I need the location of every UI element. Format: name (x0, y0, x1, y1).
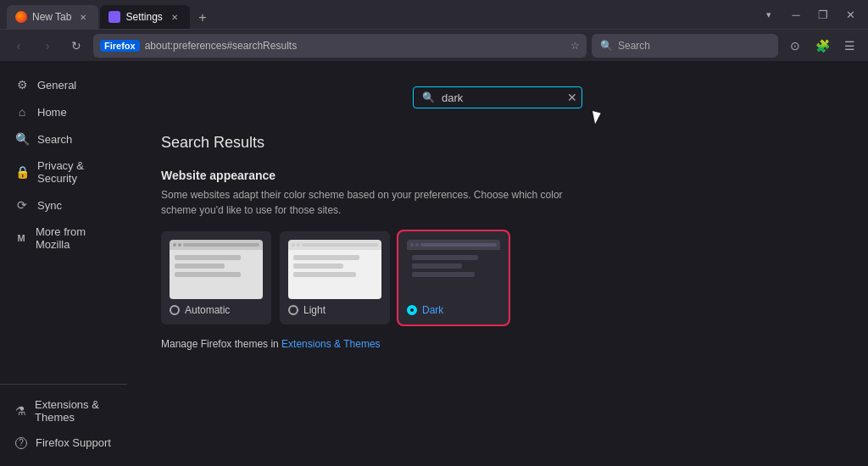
privacy-icon: 🔒 (15, 165, 29, 179)
extensions-icon[interactable]: 🧩 (810, 34, 834, 58)
preview-line (293, 255, 359, 260)
theme-label-light: Light (303, 304, 326, 316)
preview-line (175, 272, 241, 277)
extensions-themes-link[interactable]: Extensions & Themes (281, 338, 381, 350)
support-icon: ? (15, 437, 27, 449)
preview-line (175, 255, 241, 260)
page-title: Search Results (161, 134, 834, 152)
address-bar-icons: ☆ (570, 40, 580, 52)
section-desc: Some websites adapt their color scheme b… (161, 187, 568, 218)
theme-radio-automatic[interactable]: Automatic (170, 304, 263, 316)
more-icon: M (15, 233, 27, 243)
theme-cards: Automatic (161, 231, 834, 325)
toolbar-icons: ⊙ 🧩 ☰ (783, 34, 861, 58)
pref-search-input[interactable] (442, 92, 560, 104)
themes-link: Manage Firefox themes in Extensions & Th… (161, 338, 834, 350)
preview-line (412, 264, 462, 269)
sidebar-item-extensions[interactable]: ⚗ Extensions & Themes (3, 392, 124, 430)
pref-search-icon: 🔍 (422, 92, 435, 103)
preview-dot (415, 243, 419, 247)
close-button[interactable]: ✕ (839, 3, 861, 25)
theme-preview-light (288, 240, 381, 299)
tabs-overflow-button[interactable]: ▾ (758, 3, 780, 25)
bookmark-icon[interactable]: ☆ (570, 40, 580, 52)
sidebar-label-more: More from Mozilla (36, 225, 112, 251)
theme-label-automatic: Automatic (185, 304, 230, 316)
tab-settings[interactable]: Settings ✕ (100, 5, 189, 29)
theme-radio-light[interactable]: Light (288, 304, 381, 316)
layout: ⚙ General ⌂ Home 🔍 Search 🔒 Privacy & Se… (0, 61, 868, 466)
preview-line (293, 272, 356, 277)
new-tab-label: New Tab (32, 11, 71, 23)
theme-card-light[interactable]: Light (280, 231, 390, 325)
settings-tab-close[interactable]: ✕ (168, 10, 181, 24)
preview-line (412, 255, 478, 260)
sidebar-item-sync[interactable]: ⟳ Sync (3, 192, 124, 218)
address-text: about:preferences#searchResults (145, 40, 297, 52)
reload-button[interactable]: ↻ (64, 34, 88, 58)
sidebar-label-extensions: Extensions & Themes (35, 398, 112, 424)
main-content: 🔍 ✕ Search Results Website appearance So… (127, 61, 868, 466)
search-bar[interactable]: 🔍 Search (592, 34, 778, 58)
sidebar-label-sync: Sync (37, 199, 62, 212)
section-title: Website appearance (161, 169, 834, 182)
sidebar-item-search[interactable]: 🔍 Search (3, 126, 124, 152)
sidebar-item-support[interactable]: ? Firefox Support (3, 430, 124, 455)
preview-urlbar (420, 243, 497, 247)
minimize-button[interactable]: ─ (785, 3, 807, 25)
theme-card-dark[interactable]: Dark (398, 231, 509, 325)
pref-search-box[interactable]: 🔍 ✕ (413, 86, 582, 108)
radio-automatic[interactable] (170, 305, 180, 315)
search-bar-text: Search (618, 40, 650, 52)
restore-button[interactable]: ❐ (812, 3, 834, 25)
sidebar-label-privacy: Privacy & Security (37, 159, 112, 185)
theme-preview-dark (407, 240, 500, 299)
search-bar-icon: 🔍 (600, 40, 613, 52)
sidebar-bottom: ⚗ Extensions & Themes ? Firefox Support (0, 384, 127, 456)
sync-icon: ⟳ (15, 198, 29, 212)
preview-dot (173, 243, 176, 247)
tab-new-tab[interactable]: New Tab ✕ (7, 5, 98, 29)
search-sidebar-icon: 🔍 (15, 132, 29, 146)
sidebar-label-search: Search (37, 133, 72, 146)
new-tab-button[interactable]: + (192, 7, 214, 29)
preview-line (293, 264, 343, 269)
preview-dot (292, 243, 295, 247)
extensions-sidebar-icon: ⚗ (15, 404, 26, 418)
manage-text: Manage Firefox themes in (161, 338, 279, 350)
pocket-icon[interactable]: ⊙ (783, 34, 807, 58)
new-tab-close[interactable]: ✕ (76, 10, 90, 24)
pref-search-wrapper: 🔍 ✕ (161, 86, 834, 108)
pref-search-clear-button[interactable]: ✕ (567, 91, 577, 104)
forward-button[interactable]: › (36, 34, 59, 58)
navbar: ‹ › ↻ Firefox about:preferences#searchRe… (0, 29, 868, 61)
sidebar-item-privacy[interactable]: 🔒 Privacy & Security (3, 153, 124, 191)
preview-dot (297, 243, 300, 247)
theme-label-dark: Dark (422, 304, 443, 316)
sidebar-item-home[interactable]: ⌂ Home (3, 99, 124, 125)
theme-radio-dark[interactable]: Dark (407, 304, 500, 316)
sidebar-label-home: Home (37, 106, 67, 119)
titlebar: New Tab ✕ Settings ✕ + ▾ ─ ❐ ✕ (0, 0, 868, 29)
preview-line (412, 272, 475, 277)
firefox-badge: Firefox (100, 40, 140, 52)
settings-tab-label: Settings (125, 11, 162, 23)
sidebar: ⚙ General ⌂ Home 🔍 Search 🔒 Privacy & Se… (0, 61, 127, 466)
tab-group: New Tab ✕ Settings ✕ + (7, 0, 214, 29)
sidebar-label-general: General (37, 79, 76, 92)
back-button[interactable]: ‹ (7, 34, 31, 58)
cursor-arrow-icon (589, 111, 600, 125)
menu-icon[interactable]: ☰ (837, 34, 861, 58)
sidebar-item-more[interactable]: M More from Mozilla (3, 219, 124, 257)
sidebar-label-support: Firefox Support (36, 436, 111, 449)
sidebar-item-general[interactable]: ⚙ General (3, 72, 124, 97)
preview-urlbar (302, 243, 378, 247)
preview-dot (410, 243, 414, 247)
new-tab-favicon (15, 11, 27, 23)
theme-card-automatic[interactable]: Automatic (161, 231, 271, 325)
general-icon: ⚙ (15, 78, 29, 92)
address-bar[interactable]: Firefox about:preferences#searchResults … (93, 34, 587, 58)
radio-light[interactable] (288, 305, 298, 315)
theme-preview-automatic (170, 240, 263, 299)
radio-dark[interactable] (407, 305, 417, 315)
